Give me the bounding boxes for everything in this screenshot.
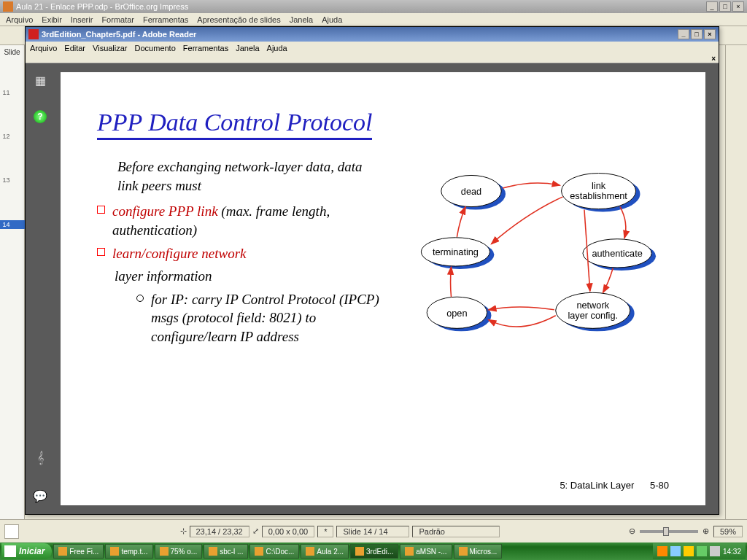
windows-taskbar: Iniciar Free Fi... temp.t... 75% o... sb… — [0, 542, 747, 560]
attachments-icon[interactable]: 𝄞 — [32, 450, 48, 466]
bullet-2-red: learn/configure network — [112, 244, 246, 263]
pointer-tool[interactable] — [4, 524, 19, 539]
restore-button[interactable]: □ — [719, 1, 731, 12]
start-label: Iniciar — [19, 546, 44, 556]
adobe-close-button[interactable]: × — [704, 29, 716, 39]
node-net-1: network — [577, 300, 610, 311]
app-icon — [355, 547, 364, 556]
tray-icon[interactable] — [697, 546, 707, 556]
slide-panel-header: Slide — [4, 48, 20, 60]
bullet-1-red: configure PPP link — [112, 203, 218, 219]
bullet-1: configure PPP link (max. frame length, a… — [97, 202, 382, 239]
slide-thumb-selected[interactable]: 14 — [0, 220, 25, 229]
toolbar-button[interactable] — [20, 524, 35, 539]
adobe-menu-documento[interactable]: Documento — [135, 44, 176, 52]
tray-clock[interactable]: 14:32 — [723, 548, 741, 556]
zoom-slider[interactable] — [640, 530, 698, 533]
text-column: Before exchanging network-layer data, da… — [97, 158, 382, 378]
windows-flag-icon — [4, 545, 16, 557]
node-dead: dead — [461, 186, 481, 197]
app-icon — [306, 547, 314, 556]
menu-arquivo[interactable]: Arquivo — [6, 15, 33, 24]
taskbar-item[interactable]: Aula 2... — [301, 544, 349, 559]
status-position: 23,14 / 23,32 — [190, 526, 249, 537]
diagram-column: dead link establishment authenticate net… — [397, 158, 669, 378]
adobe-doc-close-row: × — [26, 55, 719, 63]
menu-ferramentas[interactable]: Ferramentas — [143, 15, 188, 24]
taskbar-item[interactable]: Micros... — [454, 544, 503, 559]
taskbar-item-active[interactable]: 3rdEdi... — [350, 544, 398, 559]
adobe-title-text: 3rdEdition_Chapter5.pdf - Adobe Reader — [42, 30, 196, 39]
taskbar-item[interactable]: temp.t... — [105, 544, 152, 559]
slide-thumb[interactable]: 12 — [0, 133, 25, 140]
app-icon — [110, 547, 119, 556]
impress-titlebar: Aula 21 - Enlace PPP.odp - BrOffice.org … — [0, 0, 747, 13]
status-modified: * — [317, 526, 333, 537]
slide-thumb[interactable]: 13 — [0, 176, 25, 184]
slide-title: PPP Data Control Protocol — [97, 109, 372, 140]
adobe-titlebar[interactable]: 3rdEdition_Chapter5.pdf - Adobe Reader _… — [26, 27, 719, 42]
menu-apresentacao[interactable]: Apresentação de slides — [197, 15, 280, 24]
zoom-out-icon[interactable]: ⊖ — [629, 526, 635, 536]
zoom-in-icon[interactable]: ⊕ — [703, 526, 709, 536]
node-term: terminating — [433, 246, 479, 257]
node-open: open — [447, 308, 468, 319]
impress-title-text: Aula 21 - Enlace PPP.odp - BrOffice.org … — [16, 2, 188, 11]
menu-exibir[interactable]: Exibir — [42, 15, 62, 24]
menu-janela[interactable]: Janela — [290, 15, 313, 24]
footer-page: 5-80 — [650, 480, 669, 491]
adobe-sidebar: ▦ ? 𝄞 💬 — [26, 63, 55, 514]
impress-statusbar: ⊹ 23,14 / 23,32 ⤢ 0,00 x 0,00 * Slide 14… — [0, 519, 747, 542]
node-auth: authenticate — [592, 248, 643, 259]
status-size: 0,00 x 0,00 — [262, 526, 314, 537]
adobe-app-icon — [28, 29, 39, 39]
node-link-1: link — [592, 180, 606, 191]
adobe-menu-ferramentas[interactable]: Ferramentas — [183, 44, 228, 52]
adobe-menubar: Arquivo Editar Visualizar Documento Ferr… — [26, 42, 719, 55]
adobe-menu-editar[interactable]: Editar — [64, 44, 85, 52]
slide-thumb[interactable]: 11 — [0, 89, 25, 96]
adobe-menu-janela[interactable]: Janela — [236, 44, 259, 52]
bullet-2-continuation: layer information — [97, 267, 382, 286]
close-button[interactable]: × — [732, 1, 744, 12]
status-slide: Slide 14 / 14 — [336, 526, 409, 537]
menu-inserir[interactable]: Inserir — [71, 15, 93, 24]
tray-icon[interactable] — [657, 546, 667, 556]
toolbar-button[interactable] — [3, 28, 18, 43]
help-icon[interactable]: ? — [34, 110, 47, 123]
zoom-control[interactable]: ⊖ ⊕ 59% — [629, 526, 743, 537]
impress-app-icon — [3, 1, 13, 12]
status-zoom: 59% — [713, 526, 743, 537]
system-tray[interactable]: 14:32 — [653, 543, 746, 559]
adobe-menu-arquivo[interactable]: Arquivo — [30, 44, 57, 52]
tray-icon[interactable] — [684, 546, 694, 556]
taskbar-item[interactable]: sbc-l ... — [204, 544, 248, 559]
menu-ajuda[interactable]: Ajuda — [322, 15, 342, 24]
status-style: Padrão — [412, 526, 500, 537]
adobe-restore-button[interactable]: □ — [691, 29, 703, 39]
square-bullet-icon — [97, 248, 105, 256]
taskbar-item[interactable]: aMSN -... — [400, 544, 452, 559]
toolbar-button[interactable] — [36, 524, 51, 539]
tray-icon[interactable] — [670, 546, 681, 556]
minimize-button[interactable]: _ — [706, 1, 718, 12]
pos-glyph: ⊹ — [180, 526, 187, 536]
state-diagram: dead link establishment authenticate net… — [397, 158, 669, 376]
adobe-menu-visualizar[interactable]: Visualizar — [93, 44, 128, 52]
app-icon — [58, 547, 67, 556]
taskbar-item[interactable]: C:\Doc... — [249, 544, 299, 559]
taskbar-item[interactable]: Free Fi... — [53, 544, 104, 559]
pdf-page: PPP Data Control Protocol Before exchang… — [61, 72, 705, 505]
start-button[interactable]: Iniciar — [1, 543, 52, 559]
app-icon — [160, 547, 169, 556]
intro-text: Before exchanging network-layer data, da… — [97, 158, 382, 195]
pages-panel-icon[interactable]: ▦ — [32, 72, 48, 88]
adobe-minimize-button[interactable]: _ — [678, 29, 689, 39]
tray-volume-icon[interactable] — [710, 546, 720, 556]
adobe-doc-close-button[interactable]: × — [711, 55, 716, 63]
adobe-menu-ajuda[interactable]: Ajuda — [267, 44, 287, 52]
comments-icon[interactable]: 💬 — [32, 488, 48, 504]
sub-bullet: for IP: carry IP Control Protocol (IPCP)… — [136, 290, 382, 346]
menu-formatar[interactable]: Formatar — [101, 15, 134, 24]
taskbar-item[interactable]: 75% o... — [155, 544, 203, 559]
